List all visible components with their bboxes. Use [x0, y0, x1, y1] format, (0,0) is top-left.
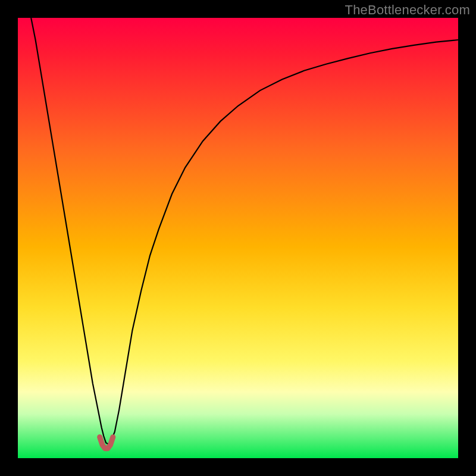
chart-plot-area: [18, 18, 458, 458]
watermark-text: TheBottlenecker.com: [345, 2, 470, 18]
series-bottleneck-curve: [31, 18, 458, 444]
chart-frame: TheBottlenecker.com: [0, 0, 476, 476]
chart-svg: [18, 18, 458, 458]
